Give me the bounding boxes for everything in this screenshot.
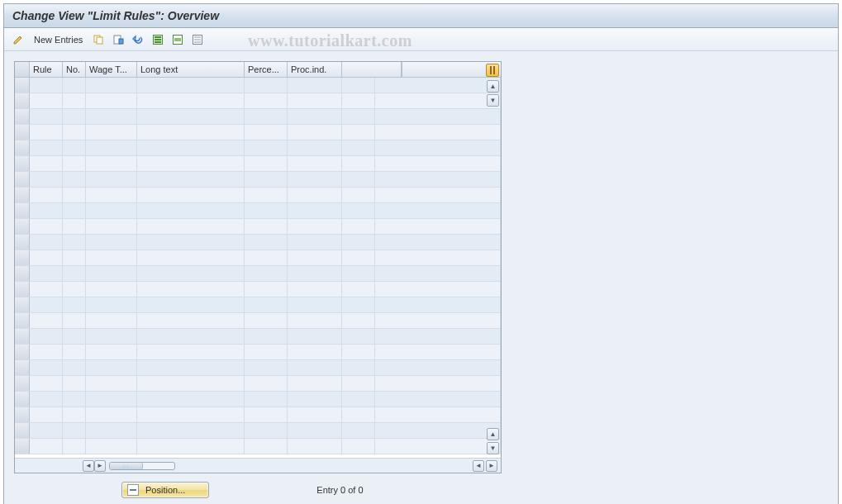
table-row[interactable]: [15, 109, 501, 125]
grid-cell[interactable]: [30, 392, 63, 407]
grid-cell[interactable]: [245, 203, 288, 218]
grid-cell[interactable]: [245, 282, 288, 297]
grid-cell[interactable]: [288, 345, 342, 359]
grid-cell[interactable]: [86, 376, 137, 391]
grid-cell[interactable]: [30, 219, 63, 234]
grid-cell[interactable]: [30, 282, 63, 297]
grid-cell[interactable]: [63, 297, 86, 312]
grid-cell[interactable]: [86, 423, 137, 438]
grid-cell[interactable]: [137, 313, 245, 328]
grid-cell[interactable]: [342, 203, 375, 218]
grid-cell[interactable]: [245, 109, 288, 124]
grid-cell[interactable]: [245, 125, 288, 140]
col-header-wage[interactable]: Wage T...: [86, 62, 137, 77]
grid-cell[interactable]: [137, 250, 245, 265]
grid-cell[interactable]: [86, 266, 137, 281]
grid-cell[interactable]: [342, 439, 375, 454]
grid-cell[interactable]: [288, 423, 342, 438]
grid-cell[interactable]: [30, 439, 63, 454]
deselect-all-icon[interactable]: [190, 32, 205, 47]
grid-cell[interactable]: [63, 266, 86, 281]
grid-cell[interactable]: [342, 266, 375, 281]
grid-cell[interactable]: [245, 172, 288, 187]
grid-cell[interactable]: [86, 360, 137, 375]
table-row[interactable]: [15, 140, 501, 156]
grid-cell[interactable]: [137, 125, 245, 140]
grid-cell[interactable]: [137, 93, 245, 108]
grid-cell[interactable]: [245, 188, 288, 202]
grid-cell[interactable]: [342, 78, 375, 93]
grid-cell[interactable]: [342, 140, 375, 155]
grid-cell[interactable]: [245, 250, 288, 265]
grid-cell[interactable]: [342, 392, 375, 407]
grid-cell[interactable]: [63, 172, 86, 187]
row-selector[interactable]: [15, 188, 30, 202]
select-all-icon[interactable]: [150, 32, 165, 47]
table-settings-icon[interactable]: [486, 64, 499, 77]
row-selector[interactable]: [15, 250, 30, 265]
row-selector[interactable]: [15, 203, 30, 218]
grid-cell[interactable]: [30, 172, 63, 187]
grid-cell[interactable]: [342, 250, 375, 265]
grid-cell[interactable]: [288, 140, 342, 155]
vscroll-up-icon[interactable]: ▲: [487, 80, 499, 93]
grid-cell[interactable]: [86, 235, 137, 250]
grid-cell[interactable]: [137, 109, 245, 124]
grid-cell[interactable]: [342, 345, 375, 359]
row-selector[interactable]: [15, 313, 30, 328]
table-row[interactable]: [15, 313, 501, 329]
grid-cell[interactable]: [63, 423, 86, 438]
hscroll-right2-icon[interactable]: ►: [486, 460, 497, 472]
grid-cell[interactable]: [137, 203, 245, 218]
grid-cell[interactable]: [288, 297, 342, 312]
grid-cell[interactable]: [288, 235, 342, 250]
grid-cell[interactable]: [63, 407, 86, 422]
grid-cell[interactable]: [245, 93, 288, 108]
grid-cell[interactable]: [63, 235, 86, 250]
row-selector[interactable]: [15, 125, 30, 140]
grid-cell[interactable]: [30, 93, 63, 108]
row-selector[interactable]: [15, 282, 30, 297]
col-header-last[interactable]: [342, 62, 402, 77]
grid-cell[interactable]: [30, 109, 63, 124]
grid-cell[interactable]: [86, 250, 137, 265]
grid-cell[interactable]: [30, 188, 63, 202]
undo-icon[interactable]: [131, 32, 145, 47]
grid-cell[interactable]: [245, 329, 288, 344]
grid-cell[interactable]: [342, 329, 375, 344]
col-header-rule[interactable]: Rule: [30, 62, 63, 77]
grid-cell[interactable]: [288, 78, 342, 93]
grid-cell[interactable]: [342, 156, 375, 171]
vscroll-down2-icon[interactable]: ▼: [487, 442, 499, 454]
table-row[interactable]: [15, 203, 501, 219]
grid-cell[interactable]: [30, 329, 63, 344]
grid-cell[interactable]: [245, 297, 288, 312]
grid-cell[interactable]: [30, 250, 63, 265]
grid-cell[interactable]: [86, 125, 137, 140]
grid-cell[interactable]: [86, 172, 137, 187]
grid-cell[interactable]: [30, 360, 63, 375]
grid-cell[interactable]: [86, 329, 137, 344]
grid-cell[interactable]: [86, 313, 137, 328]
hscroll-left-icon[interactable]: ◄: [83, 460, 94, 472]
grid-cell[interactable]: [245, 392, 288, 407]
position-button[interactable]: Position...: [121, 482, 209, 498]
grid-cell[interactable]: [245, 423, 288, 438]
grid-cell[interactable]: [342, 219, 375, 234]
row-selector[interactable]: [15, 109, 30, 124]
table-row[interactable]: [15, 250, 501, 266]
grid-cell[interactable]: [342, 297, 375, 312]
row-selector[interactable]: [15, 93, 30, 108]
vscroll-up2-icon[interactable]: ▲: [487, 428, 499, 440]
grid-cell[interactable]: [288, 313, 342, 328]
grid-cell[interactable]: [30, 140, 63, 155]
grid-cell[interactable]: [137, 423, 245, 438]
grid-cell[interactable]: [342, 93, 375, 108]
table-row[interactable]: [15, 78, 501, 93]
grid-cell[interactable]: [288, 266, 342, 281]
grid-cell[interactable]: [30, 376, 63, 391]
table-row[interactable]: [15, 297, 501, 313]
grid-cell[interactable]: [137, 376, 245, 391]
grid-cell[interactable]: [63, 313, 86, 328]
grid-cell[interactable]: [245, 140, 288, 155]
